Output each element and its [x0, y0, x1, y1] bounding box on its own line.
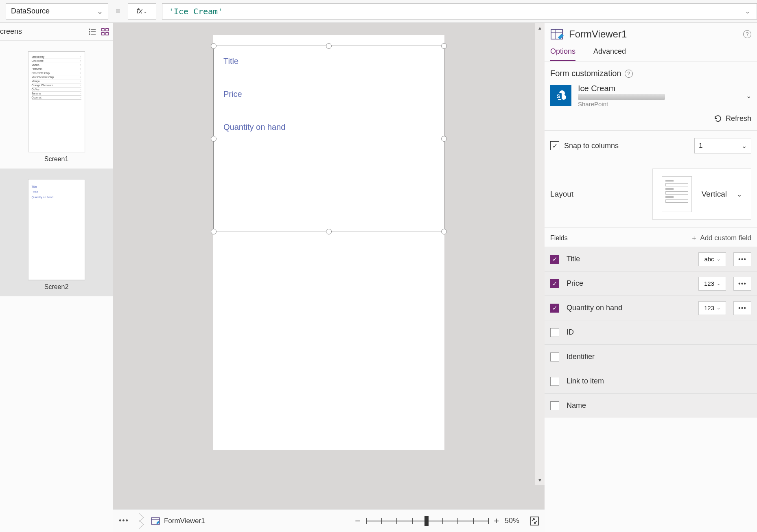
form-viewer-selection[interactable]: Title Price Quantity on hand [213, 46, 444, 232]
tab-advanced[interactable]: Advanced [593, 43, 626, 61]
field-type-select[interactable]: abc ⌄ [698, 252, 726, 266]
field-checkbox[interactable] [550, 352, 559, 361]
chevron-down-icon: ⌄ [717, 256, 720, 262]
layout-value: Vertical [702, 190, 727, 199]
field-row-identifier[interactable]: Identifier [545, 344, 757, 369]
svg-rect-7 [106, 28, 108, 31]
scroll-up-icon[interactable]: ▴ [538, 23, 541, 33]
svg-point-4 [89, 34, 90, 35]
svg-rect-12 [530, 517, 538, 525]
field-name: ID [567, 328, 751, 337]
field-type-select[interactable]: 123 ⌄ [698, 277, 726, 291]
svg-rect-8 [102, 33, 104, 35]
field-row-link-to-item[interactable]: Link to item [545, 369, 757, 393]
field-checkbox[interactable] [550, 328, 559, 337]
field-checkbox[interactable]: ✓ [550, 304, 559, 313]
zoom-slider[interactable] [366, 516, 488, 526]
field-name: Price [567, 279, 691, 288]
field-more-button[interactable]: ••• [733, 301, 751, 315]
field-label-title: Title [214, 57, 444, 66]
resize-handle-bl[interactable] [211, 229, 217, 234]
datasource-kind: SharePoint [578, 101, 665, 107]
field-name: Quantity on hand [567, 304, 691, 312]
field-name: Name [567, 401, 751, 410]
breadcrumb-arrow-icon [136, 513, 144, 529]
formula-text: 'Ice Cream' [169, 7, 223, 16]
svg-rect-9 [106, 33, 108, 35]
field-row-name[interactable]: Name [545, 393, 757, 418]
canvas-area: Title Price Quantity on hand ▴ [113, 23, 545, 532]
property-select[interactable]: DataSource ⌄ [6, 3, 108, 20]
chevron-down-icon: ⌄ [143, 9, 147, 14]
screen1-preview: Strawberry› Chocolate› Vanilla› Pistachi… [28, 51, 85, 152]
zoom-percent: 50% [505, 517, 524, 525]
resize-handle-tm[interactable] [326, 43, 332, 49]
field-more-button[interactable]: ••• [733, 252, 751, 266]
field-name: Identifier [567, 352, 751, 361]
property-select-value: DataSource [11, 7, 50, 15]
form-icon [151, 517, 160, 525]
list-view-icon[interactable] [88, 28, 96, 35]
field-row-title[interactable]: ✓ Title abc ⌄ ••• [545, 247, 757, 271]
screen-thumbnail-screen1[interactable]: Strawberry› Chocolate› Vanilla› Pistachi… [0, 41, 113, 169]
fx-button[interactable]: fx ⌄ [128, 3, 156, 20]
resize-handle-tr[interactable] [441, 43, 447, 49]
svg-point-2 [89, 31, 90, 32]
zoom-in-button[interactable]: + [494, 516, 499, 526]
artboard[interactable]: Title Price Quantity on hand [213, 35, 444, 450]
chevron-down-icon[interactable]: ⌄ [746, 92, 751, 100]
chevron-down-icon: ⌄ [717, 305, 720, 311]
datasource-owner-redacted [578, 94, 665, 100]
resize-handle-ml[interactable] [211, 136, 217, 142]
field-row-price[interactable]: ✓ Price 123 ⌄ ••• [545, 271, 757, 296]
svg-text:S: S [557, 94, 560, 99]
sharepoint-icon: S [550, 85, 571, 106]
layout-select[interactable]: Vertical ⌄ [652, 169, 751, 220]
tab-options[interactable]: Options [550, 43, 575, 61]
field-checkbox[interactable]: ✓ [550, 279, 559, 288]
breadcrumb[interactable]: FormViewer1 [151, 517, 205, 525]
field-more-button[interactable]: ••• [733, 277, 751, 291]
add-custom-field-label: Add custom field [700, 234, 751, 242]
snap-to-columns-checkbox[interactable]: ✓ [550, 141, 559, 150]
scroll-down-icon[interactable]: ▾ [538, 475, 541, 485]
refresh-icon [713, 114, 722, 123]
resize-handle-bm[interactable] [326, 229, 332, 234]
zoom-out-button[interactable]: − [355, 516, 360, 526]
resize-handle-br[interactable] [441, 229, 447, 234]
refresh-button[interactable]: Refresh [550, 114, 751, 123]
layout-thumb-icon [662, 176, 692, 212]
field-row-quantity[interactable]: ✓ Quantity on hand 123 ⌄ ••• [545, 296, 757, 320]
canvas-vertical-scrollbar[interactable]: ▴ ▾ [535, 23, 545, 485]
field-label-price: Price [214, 90, 444, 99]
chevron-down-icon: ⌄ [737, 190, 742, 198]
field-checkbox[interactable]: ✓ [550, 255, 559, 264]
field-checkbox[interactable] [550, 377, 559, 386]
field-checkbox[interactable] [550, 401, 559, 410]
help-icon[interactable]: ? [625, 70, 633, 78]
add-custom-field-button[interactable]: ＋ Add custom field [691, 233, 751, 243]
form-customization-label: Form customization [550, 69, 621, 78]
columns-select[interactable]: 1 ⌄ [694, 138, 751, 153]
equals-label: = [114, 7, 122, 16]
field-label-qty: Quantity on hand [214, 123, 444, 132]
chevron-down-icon: ⌄ [745, 8, 750, 15]
fit-to-window-icon[interactable] [530, 517, 539, 525]
refresh-label: Refresh [726, 114, 751, 123]
screen2-preview: Title Price Quantity on hand [28, 179, 85, 280]
more-actions-icon[interactable]: ••• [119, 517, 129, 525]
field-row-id[interactable]: ID [545, 320, 757, 344]
plus-icon: ＋ [691, 233, 698, 243]
field-type-select[interactable]: 123 ⌄ [698, 301, 726, 315]
screen1-label: Screen1 [44, 155, 69, 163]
formula-input[interactable]: 'Ice Cream' ⌄ [162, 3, 757, 20]
resize-handle-tl[interactable] [211, 43, 217, 49]
grid-view-icon[interactable] [101, 28, 109, 35]
screen2-label: Screen2 [44, 283, 69, 291]
resize-handle-mr[interactable] [441, 136, 447, 142]
fx-label: fx [137, 7, 142, 15]
screen-thumbnail-screen2[interactable]: Title Price Quantity on hand Screen2 [0, 169, 113, 296]
field-name: Title [567, 255, 691, 263]
formula-bar: DataSource ⌄ = fx ⌄ 'Ice Cream' ⌄ [0, 0, 757, 23]
help-icon[interactable]: ? [743, 30, 751, 38]
